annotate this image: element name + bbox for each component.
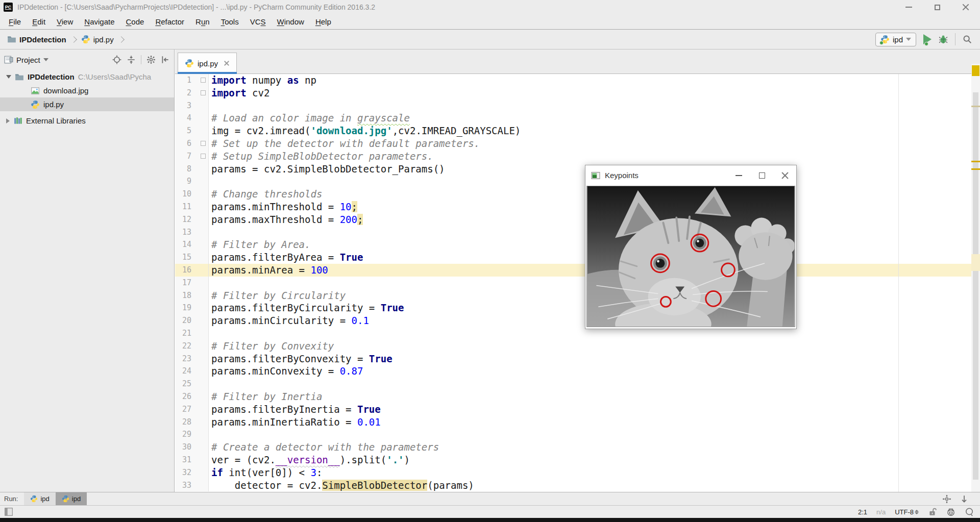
code-line[interactable]: 33 detector = cv2.SimpleBlobDetector(par… — [175, 479, 980, 492]
code-line[interactable]: 7# Setup SimpleBlobDetector parameters. — [175, 150, 980, 163]
code-text[interactable] — [209, 327, 211, 340]
code-text[interactable]: # Filter by Convexity — [209, 340, 334, 353]
line-number[interactable]: 27 — [175, 403, 191, 416]
fold-marker-icon[interactable] — [201, 90, 206, 95]
code-line[interactable]: 18# Filter by Circularity — [175, 289, 980, 302]
fold-gutter[interactable] — [191, 466, 209, 479]
code-line[interactable]: 9 — [175, 175, 980, 188]
menu-item-navigate[interactable]: Navigate — [79, 17, 120, 26]
menu-item-run[interactable]: Run — [190, 17, 215, 26]
tree-item-external-libraries[interactable]: External Libraries — [0, 114, 174, 128]
code-line[interactable]: 13 — [175, 226, 980, 239]
code-line[interactable]: 12params.maxThreshold = 200; — [175, 213, 980, 226]
code-text[interactable] — [209, 428, 211, 441]
menu-item-edit[interactable]: Edit — [27, 17, 51, 26]
line-number[interactable]: 2 — [175, 87, 191, 100]
menu-item-vcs[interactable]: VCS — [244, 17, 272, 26]
line-number[interactable]: 30 — [175, 441, 191, 454]
line-number[interactable]: 24 — [175, 365, 191, 378]
fold-gutter[interactable] — [191, 289, 209, 302]
code-text[interactable] — [209, 277, 211, 289]
fold-gutter[interactable] — [191, 74, 209, 87]
fold-gutter[interactable] — [191, 353, 209, 365]
lock-open-icon[interactable] — [928, 507, 937, 516]
code-text[interactable]: params.minCircularity = 0.1 — [209, 314, 369, 327]
search-everywhere-icon[interactable] — [963, 35, 972, 44]
gear-icon[interactable] — [942, 494, 951, 504]
fold-gutter[interactable] — [191, 314, 209, 327]
code-text[interactable]: if int(ver[0]) < 3: — [209, 466, 322, 479]
code-line[interactable]: 20params.minCircularity = 0.1 — [175, 314, 980, 327]
error-stripe-mark[interactable] — [971, 168, 980, 170]
keypoints-close-button[interactable] — [773, 165, 796, 185]
error-stripe[interactable] — [971, 64, 980, 492]
fold-marker-icon[interactable] — [201, 154, 206, 159]
code-line[interactable]: 28params.minInertiaRatio = 0.01 — [175, 416, 980, 429]
fold-gutter[interactable] — [191, 175, 209, 188]
fold-gutter[interactable] — [191, 454, 209, 466]
line-number[interactable]: 18 — [175, 289, 191, 302]
fold-gutter[interactable] — [191, 213, 209, 226]
line-number[interactable]: 20 — [175, 314, 191, 327]
fold-gutter[interactable] — [191, 150, 209, 163]
editor-tab-ipd-py[interactable]: ipd.py — [178, 53, 237, 73]
line-number[interactable]: 17 — [175, 277, 191, 289]
encoding-widget[interactable]: UTF-8 — [895, 508, 919, 516]
line-number[interactable]: 8 — [175, 163, 191, 176]
fold-gutter[interactable] — [191, 365, 209, 378]
fold-gutter[interactable] — [191, 251, 209, 264]
fold-gutter[interactable] — [191, 416, 209, 429]
line-number[interactable]: 19 — [175, 302, 191, 314]
line-number[interactable]: 33 — [175, 479, 191, 492]
chevron-down-icon[interactable] — [43, 58, 48, 61]
code-text[interactable]: params.minInertiaRatio = 0.01 — [209, 416, 381, 429]
code-line[interactable]: 17 — [175, 277, 980, 289]
run-configuration-select[interactable]: ipd — [875, 33, 916, 46]
toolwindow-switcher-icon[interactable] — [4, 507, 13, 516]
fold-gutter[interactable] — [191, 327, 209, 340]
gear-icon[interactable] — [146, 55, 156, 64]
breadcrumb-file[interactable]: ipd.py — [93, 35, 114, 44]
code-line[interactable]: 11params.minThreshold = 10; — [175, 201, 980, 213]
code-line[interactable]: 30# Create a detector with the parameter… — [175, 441, 980, 454]
code-line[interactable]: 4# Load an color image in grayscale — [175, 112, 980, 125]
line-number[interactable]: 10 — [175, 188, 191, 201]
fold-gutter[interactable] — [191, 125, 209, 137]
fold-gutter[interactable] — [191, 403, 209, 416]
code-text[interactable]: params.filterByConvexity = True — [209, 353, 393, 365]
fold-gutter[interactable] — [191, 340, 209, 353]
line-number[interactable]: 32 — [175, 466, 191, 479]
scroll-down-icon[interactable] — [960, 494, 969, 504]
fold-gutter[interactable] — [191, 390, 209, 403]
menu-item-view[interactable]: View — [51, 17, 79, 26]
code-line[interactable]: 32if int(ver[0]) < 3: — [175, 466, 980, 479]
code-line[interactable]: 5img = cv2.imread('download.jpg',cv2.IMR… — [175, 125, 980, 137]
line-number[interactable]: 6 — [175, 137, 191, 150]
code-text[interactable]: params.minConvexity = 0.87 — [209, 365, 363, 378]
error-stripe-mark[interactable] — [971, 106, 980, 107]
line-number[interactable]: 9 — [175, 175, 191, 188]
code-text[interactable]: params.maxThreshold = 200; — [209, 213, 363, 226]
fold-gutter[interactable] — [191, 238, 209, 251]
code-line[interactable]: 23params.filterByConvexity = True — [175, 353, 980, 365]
code-line[interactable]: 22# Filter by Convexity — [175, 340, 980, 353]
fold-gutter[interactable] — [191, 441, 209, 454]
code-text[interactable]: params.filterByInertia = True — [209, 403, 381, 416]
keypoints-titlebar[interactable]: Keypoints — [585, 165, 796, 185]
code-line[interactable]: 1import numpy as np — [175, 74, 980, 87]
code-text[interactable]: import cv2 — [209, 87, 270, 100]
code-text[interactable]: img = cv2.imread('download.jpg',cv2.IMRE… — [209, 125, 521, 137]
code-line[interactable]: 26# Filter by Inertia — [175, 390, 980, 403]
line-number[interactable]: 13 — [175, 226, 191, 239]
close-tab-icon[interactable] — [224, 60, 230, 66]
line-separator-indicator[interactable]: n/a — [876, 508, 886, 516]
code-text[interactable]: # Load an color image in grayscale — [209, 112, 410, 125]
code-text[interactable]: params.minArea = 100 — [209, 264, 328, 277]
line-number[interactable]: 29 — [175, 428, 191, 441]
maximize-button[interactable] — [923, 0, 951, 14]
code-text[interactable]: # Filter by Circularity — [209, 289, 346, 302]
line-number[interactable]: 16 — [175, 264, 191, 277]
keypoints-minimize-button[interactable] — [727, 165, 750, 185]
line-number[interactable]: 4 — [175, 112, 191, 125]
line-number[interactable]: 11 — [175, 201, 191, 213]
